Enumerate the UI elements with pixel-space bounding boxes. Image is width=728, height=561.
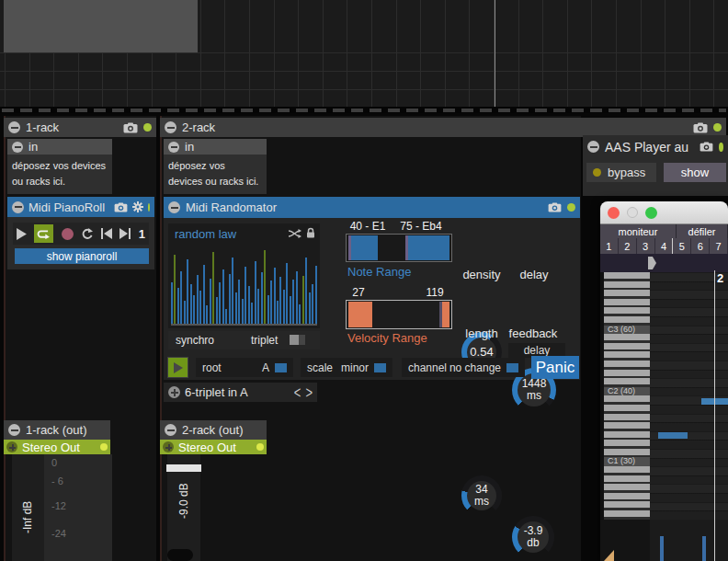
piano-key[interactable] [604,334,650,343]
piano-key[interactable] [604,281,650,291]
rack2-header[interactable]: 2-rack [160,118,726,137]
power-led[interactable] [567,203,575,212]
minimize-icon[interactable] [627,207,638,218]
locator-strip[interactable] [600,254,728,272]
note-range-high-handle[interactable] [405,235,449,260]
velocity-low-handle[interactable] [348,302,372,327]
piano-key[interactable] [604,307,650,316]
rack2-in-header[interactable]: in [164,139,267,155]
camera-icon[interactable] [548,202,562,212]
collapse-icon[interactable] [168,201,180,213]
piano-key[interactable] [604,395,650,405]
channel-field[interactable]: channel no change [402,358,525,377]
collapse-icon[interactable] [165,424,176,436]
collapse-icon[interactable] [8,121,20,133]
velocity-stem[interactable] [660,536,664,561]
random-law-display[interactable]: random law [168,223,320,328]
piano-key[interactable] [604,299,650,308]
piano-key[interactable] [604,370,650,379]
piano-key[interactable] [604,351,650,361]
tab-moniteur[interactable]: moniteur [600,224,677,238]
piano-key[interactable] [604,466,650,475]
velocity-stem[interactable] [702,536,706,561]
camera-icon[interactable] [114,202,128,212]
piano-key[interactable] [604,431,650,441]
rack2-stereo-out[interactable]: Stereo Out [160,440,267,454]
transport-counter[interactable]: 1 [139,227,145,241]
timeline-playhead-line[interactable] [495,0,495,107]
skip-start-icon[interactable] [101,228,112,239]
pattern-button-1[interactable]: 1 [600,238,619,254]
piano-key[interactable] [604,484,650,493]
velocity-lane[interactable] [600,520,728,561]
collapse-icon[interactable] [8,424,20,436]
pattern-button-3[interactable]: 3 [637,238,655,254]
show-pianoroll-button[interactable]: show pianoroll [15,248,149,264]
preset-bar[interactable]: 6-triplet in A < > [164,383,317,402]
piano-key[interactable] [604,290,650,299]
lock-icon[interactable] [306,227,315,238]
power-led[interactable] [148,203,150,212]
power-led[interactable] [713,123,722,132]
triplet-toggle[interactable] [290,335,305,345]
piano-key[interactable] [604,449,650,458]
aas-header[interactable]: AAS Player au [583,137,728,156]
note-high-value[interactable]: 75 - Eb4 [395,220,447,233]
piano-key[interactable] [604,475,650,485]
playhead-marker[interactable] [648,257,656,269]
note-range-low-handle[interactable] [348,235,378,260]
power-led[interactable] [719,143,723,152]
velocity-range-slider[interactable] [346,300,452,329]
skip-end-icon[interactable] [119,228,131,239]
rack1-out-header[interactable]: 1-rack (out) [4,420,110,440]
collapse-icon[interactable] [12,201,24,213]
rack1-in-header[interactable]: in [7,139,112,155]
scale-selector[interactable] [374,363,386,372]
piano-key[interactable] [604,414,650,423]
expand-icon[interactable] [168,386,180,398]
collapse-icon[interactable] [168,142,179,153]
midi-note[interactable] [658,432,688,439]
velocity-high-handle[interactable] [439,302,449,327]
rack1-fader-strip[interactable]: -Inf dB [12,454,44,561]
length-knob[interactable]: 34 ms [461,475,502,516]
piano-key[interactable] [604,378,650,387]
shuffle-icon[interactable] [289,229,301,238]
camera-icon[interactable] [693,122,708,133]
loop-icon[interactable] [34,224,53,243]
piano-key[interactable] [604,493,650,502]
scale-field[interactable]: scale minor [301,358,392,377]
piano-key[interactable] [604,440,650,449]
camera-icon[interactable] [123,122,138,133]
rack1-header[interactable]: 1-rack [4,118,156,137]
play-icon[interactable] [17,228,27,240]
zoom-icon[interactable] [645,207,657,219]
pattern-button-4[interactable]: 4 [655,238,674,254]
pattern-button-2[interactable]: 2 [619,238,637,254]
piano-key[interactable] [604,316,650,326]
piano-key[interactable] [604,343,650,352]
preset-next-icon[interactable]: > [305,383,313,402]
camera-icon[interactable] [700,142,713,152]
feedback-knob[interactable]: -3.9 db [512,516,554,558]
bypass-button[interactable]: bypass [586,163,656,182]
velocity-high-value[interactable]: 119 [421,286,449,299]
rack1-stereo-out[interactable]: Stereo Out [4,440,110,454]
power-led[interactable] [143,123,152,132]
randomator-header[interactable]: Midi Randomator [164,197,580,218]
channel-selector[interactable] [506,363,518,372]
piano-key[interactable] [604,501,650,510]
close-icon[interactable] [608,207,620,219]
pianoroll-grid[interactable] [650,272,728,520]
tab-defiler[interactable]: défiler [677,224,728,238]
show-button[interactable]: show [664,163,726,182]
expand-icon[interactable] [6,441,17,452]
window-titlebar[interactable] [600,201,728,223]
collapse-icon[interactable] [12,142,23,153]
timeline-selected-block[interactable] [4,0,198,52]
velocity-low-value[interactable]: 27 [347,286,370,299]
root-selector[interactable] [275,363,287,372]
piano-key[interactable] [604,422,650,431]
rack2-out-header[interactable]: 2-rack (out) [160,420,267,440]
pattern-button-5[interactable]: 5 [673,238,691,254]
